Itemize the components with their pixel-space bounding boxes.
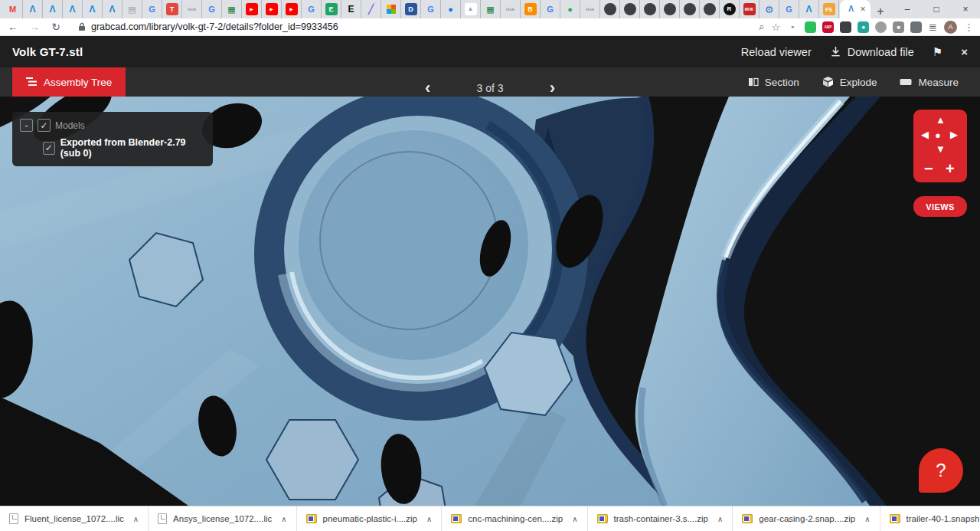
- minimize-button[interactable]: –: [893, 0, 922, 18]
- pan-up-button[interactable]: ▲: [936, 115, 946, 125]
- download-file-button[interactable]: Download file: [830, 46, 914, 58]
- adblock-ext-icon[interactable]: ABP: [822, 21, 834, 33]
- download-item[interactable]: pneumatic-plastic-i....zip∧: [297, 506, 443, 531]
- browser-tab[interactable]: [381, 0, 401, 18]
- browser-tab[interactable]: G: [202, 0, 222, 18]
- close-window-button[interactable]: ×: [951, 0, 980, 18]
- reload-viewer-button[interactable]: Reload viewer: [741, 46, 812, 58]
- prev-model-button[interactable]: ‹: [425, 80, 430, 97]
- browser-tab[interactable]: Λ: [83, 0, 103, 18]
- browser-tab[interactable]: G: [142, 0, 162, 18]
- browser-tab[interactable]: Нов: [501, 0, 521, 18]
- browser-tab[interactable]: MUK: [740, 0, 760, 18]
- bookmark-star-icon[interactable]: ☆: [771, 21, 780, 33]
- assembly-tree-button[interactable]: Assembly Tree: [12, 67, 126, 97]
- download-item[interactable]: trash-container-3.s....zip∧: [588, 506, 733, 531]
- browser-tab[interactable]: ●: [560, 0, 580, 18]
- browser-tab[interactable]: G: [779, 0, 799, 18]
- download-menu-caret[interactable]: ∧: [133, 515, 139, 523]
- close-tab-icon[interactable]: ×: [860, 4, 865, 15]
- browser-tab[interactable]: ▲: [461, 0, 481, 18]
- browser-tab[interactable]: Λ: [63, 0, 83, 18]
- browser-tab[interactable]: M: [3, 0, 23, 18]
- download-menu-caret[interactable]: ∧: [281, 515, 286, 523]
- download-menu-caret[interactable]: ∧: [864, 515, 870, 523]
- collapse-node-button[interactable]: -: [20, 119, 33, 132]
- active-tab[interactable]: Λ ×: [840, 0, 871, 18]
- browser-tab[interactable]: Λ: [43, 0, 63, 18]
- browser-tab[interactable]: ⚙: [760, 0, 779, 18]
- browser-tab[interactable]: G: [541, 0, 560, 18]
- browser-tab[interactable]: ╱: [361, 0, 381, 18]
- browser-menu-icon[interactable]: ⋮: [964, 21, 974, 33]
- browser-tab[interactable]: ▤: [122, 0, 142, 18]
- browser-tab[interactable]: [700, 0, 720, 18]
- download-item[interactable]: trailer-40-1.snapsh....zip∧: [880, 506, 980, 531]
- explode-button[interactable]: Explode: [822, 77, 877, 88]
- center-view-button[interactable]: ●: [935, 129, 941, 141]
- browser-tab[interactable]: Нов: [580, 0, 600, 18]
- flag-report-icon[interactable]: ⚑: [933, 45, 942, 59]
- url-box[interactable]: grabcad.com/library/volk-gt-7-2/details?…: [70, 21, 652, 33]
- browser-tab[interactable]: G: [421, 0, 441, 18]
- download-menu-caret[interactable]: ∧: [717, 515, 723, 523]
- circle-ext-icon[interactable]: [875, 21, 887, 33]
- browser-tab[interactable]: B: [521, 0, 541, 18]
- zoom-out-button[interactable]: −: [924, 161, 933, 176]
- browser-tab[interactable]: D: [401, 0, 421, 18]
- puzzle-ext-icon[interactable]: [910, 21, 922, 33]
- url-text[interactable]: grabcad.com/library/volk-gt-7-2/details?…: [91, 21, 338, 32]
- browser-tab[interactable]: ▦: [222, 0, 242, 18]
- measure-button[interactable]: Measure: [900, 77, 959, 88]
- browser-tab[interactable]: [600, 0, 620, 18]
- pan-left-button[interactable]: ◀: [921, 129, 929, 139]
- help-button[interactable]: ?: [919, 448, 963, 493]
- browser-tab[interactable]: E: [322, 0, 341, 18]
- browser-tab[interactable]: Λ: [23, 0, 43, 18]
- pin-ext-icon[interactable]: ◉: [858, 21, 869, 33]
- back-icon[interactable]: ←: [6, 21, 20, 33]
- model-viewport[interactable]: - ✓ Models ✓ Exported from Blender-2.79 …: [0, 97, 980, 506]
- browser-tab[interactable]: ▶: [262, 0, 282, 18]
- browser-tab[interactable]: ▶: [282, 0, 302, 18]
- forward-icon[interactable]: →: [28, 21, 41, 33]
- browser-tab[interactable]: Нов: [182, 0, 202, 18]
- browser-tab[interactable]: Λ: [103, 0, 122, 18]
- dark-ext-icon[interactable]: [840, 21, 851, 33]
- browser-tab[interactable]: [660, 0, 680, 18]
- reload-icon[interactable]: ↻: [49, 21, 63, 33]
- translate-ext-icon[interactable]: అ: [787, 21, 799, 33]
- views-button[interactable]: VIEWS: [913, 196, 967, 217]
- pan-down-button[interactable]: ▼: [936, 144, 946, 154]
- browser-tab[interactable]: FS: [819, 0, 839, 18]
- browser-tab[interactable]: ▦: [481, 0, 501, 18]
- reading-list-icon[interactable]: ≣: [929, 21, 937, 33]
- browser-tab[interactable]: T: [162, 0, 182, 18]
- pan-right-button[interactable]: ▶: [950, 129, 958, 139]
- panel-ext-icon[interactable]: ▦: [893, 21, 904, 33]
- zoom-in-button[interactable]: +: [946, 161, 955, 176]
- browser-tab[interactable]: [680, 0, 700, 18]
- browser-tab[interactable]: R: [720, 0, 740, 18]
- browser-tab[interactable]: ●: [441, 0, 461, 18]
- profile-avatar[interactable]: A: [944, 21, 957, 34]
- maximize-button[interactable]: □: [922, 0, 951, 18]
- download-item[interactable]: Ansys_license_1072....lic∧: [149, 506, 296, 531]
- download-menu-caret[interactable]: ∧: [572, 515, 577, 523]
- new-tab-button[interactable]: +: [871, 5, 890, 18]
- browser-tab[interactable]: E: [341, 0, 361, 18]
- browser-tab[interactable]: [620, 0, 640, 18]
- download-menu-caret[interactable]: ∧: [426, 515, 432, 523]
- models-checkbox[interactable]: ✓: [38, 119, 51, 132]
- browser-tab[interactable]: [640, 0, 660, 18]
- section-button[interactable]: Section: [748, 77, 799, 88]
- browser-tab[interactable]: Λ: [799, 0, 819, 18]
- download-item[interactable]: Fluent_license_1072....lic∧: [0, 506, 149, 531]
- zoom-page-icon[interactable]: ⌕: [759, 21, 764, 33]
- download-item[interactable]: cnc-machining-cen....zip∧: [442, 506, 587, 531]
- browser-tab[interactable]: ▶: [242, 0, 262, 18]
- child-checkbox[interactable]: ✓: [43, 142, 55, 155]
- evernote-ext-icon[interactable]: [805, 21, 816, 33]
- close-viewer-icon[interactable]: ×: [961, 45, 968, 58]
- next-model-button[interactable]: ›: [550, 80, 555, 97]
